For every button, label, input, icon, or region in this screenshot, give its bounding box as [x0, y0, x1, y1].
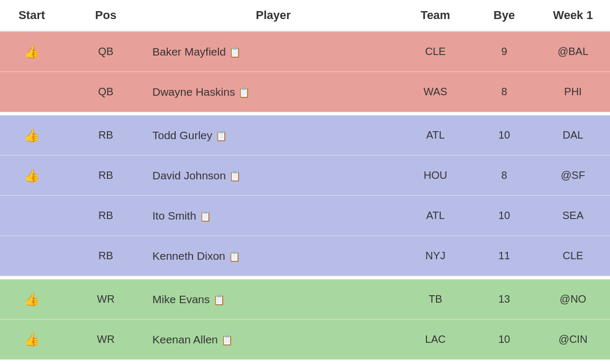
player-stats-icon[interactable]: 📋	[199, 211, 211, 222]
position-cell: WR	[63, 284, 148, 315]
player-name-cell: David Johnson📋	[148, 160, 398, 192]
bye-cell: 10	[472, 200, 536, 231]
team-cell: CLE	[398, 36, 472, 67]
player-name-text: Mike Evans	[152, 293, 210, 305]
header-pos: Pos	[63, 8, 148, 22]
player-name-text: Baker Mayfield	[152, 46, 226, 58]
roster-table: Start Pos Player Team Bye Week 1 👍QBBake…	[0, 0, 610, 360]
start-cell: 👍	[0, 35, 63, 69]
player-stats-icon[interactable]: 📋	[229, 251, 240, 262]
week1-cell: CLE	[536, 240, 610, 271]
start-cell: 👍	[0, 159, 63, 193]
team-cell: LAC	[398, 324, 472, 355]
thumb-up-icon[interactable]: 👍	[24, 128, 40, 143]
table-row: RBKenneth Dixon📋NYJ11CLE	[0, 236, 610, 276]
start-cell: 👍	[0, 323, 63, 357]
week1-cell: @CIN	[536, 324, 610, 355]
thumb-up-icon[interactable]: 👍	[24, 292, 40, 307]
week1-cell: SEA	[536, 200, 610, 231]
bye-cell: 8	[472, 76, 536, 107]
position-cell: QB	[63, 36, 148, 67]
team-cell: NYJ	[398, 240, 472, 271]
player-name-text: Todd Gurley	[152, 129, 212, 141]
position-cell: RB	[63, 160, 148, 191]
player-name-text: Dwayne Haskins	[152, 86, 235, 98]
week1-cell: @NO	[536, 284, 610, 315]
position-cell: QB	[63, 76, 148, 107]
week1-cell: DAL	[536, 120, 610, 151]
player-stats-icon[interactable]: 📋	[215, 130, 227, 142]
table-body: 👍QBBaker Mayfield📋CLE9@BALQBDwayne Haski…	[0, 32, 610, 360]
player-name-text: Kenneth Dixon	[152, 250, 225, 262]
table-row: RBIto Smith📋ATL10SEA	[0, 196, 610, 236]
player-name-cell: Mike Evans📋	[148, 284, 398, 315]
start-cell: 👍	[0, 119, 63, 152]
table-row: 👍WRKeenan Allen📋LAC10@CIN	[0, 320, 610, 360]
player-name-text: Keenan Allen	[152, 333, 218, 345]
bye-cell: 10	[472, 120, 536, 151]
header-start: Start	[0, 8, 63, 22]
team-cell: TB	[398, 284, 472, 315]
start-cell: 👍	[0, 283, 63, 316]
bye-cell: 9	[472, 36, 536, 67]
week1-cell: @BAL	[536, 36, 610, 67]
table-row: 👍RBTodd Gurley📋ATL10DAL	[0, 115, 610, 156]
player-name-cell: Keenan Allen📋	[148, 324, 398, 356]
week1-cell: @SF	[536, 160, 610, 191]
bye-cell: 10	[472, 324, 536, 355]
thumb-up-icon[interactable]: 👍	[24, 44, 40, 59]
position-cell: RB	[63, 200, 148, 231]
table-row: 👍RBDavid Johnson📋HOU8@SF	[0, 156, 610, 196]
player-name-cell: Baker Mayfield📋	[148, 36, 398, 68]
position-cell: WR	[63, 324, 148, 355]
thumb-up-icon[interactable]: 👍	[24, 332, 40, 347]
player-stats-icon[interactable]: 📋	[229, 47, 241, 58]
header-player: Player	[148, 8, 398, 22]
player-name-cell: Kenneth Dixon📋	[148, 240, 398, 272]
player-stats-icon[interactable]: 📋	[213, 294, 225, 306]
table-row: 👍WRMike Evans📋TB13@NO	[0, 279, 610, 320]
player-name-text: Ito Smith	[152, 210, 196, 222]
player-name-text: David Johnson	[152, 169, 226, 181]
player-stats-icon[interactable]: 📋	[229, 170, 241, 182]
header-week1: Week 1	[536, 8, 610, 22]
header-team: Team	[398, 8, 472, 22]
player-stats-icon[interactable]: 📋	[238, 87, 250, 98]
position-cell: RB	[63, 120, 148, 151]
thumb-up-icon[interactable]: 👍	[24, 168, 40, 183]
week1-cell: PHI	[536, 76, 610, 107]
player-name-cell: Todd Gurley📋	[148, 120, 398, 151]
table-row: 👍QBBaker Mayfield📋CLE9@BAL	[0, 32, 610, 72]
team-cell: HOU	[398, 160, 472, 191]
team-cell: ATL	[398, 200, 472, 231]
position-cell: RB	[63, 240, 148, 271]
player-name-cell: Dwayne Haskins📋	[148, 76, 398, 108]
bye-cell: 11	[472, 240, 536, 271]
header-bye: Bye	[472, 8, 536, 22]
start-cell	[0, 247, 63, 266]
table-row: QBDwayne Haskins📋WAS8PHI	[0, 72, 610, 112]
start-cell	[0, 83, 63, 102]
team-cell: ATL	[398, 120, 472, 151]
bye-cell: 13	[472, 284, 536, 315]
table-header: Start Pos Player Team Bye Week 1	[0, 0, 610, 32]
player-name-cell: Ito Smith📋	[148, 200, 398, 232]
bye-cell: 8	[472, 160, 536, 191]
start-cell	[0, 206, 63, 225]
player-stats-icon[interactable]: 📋	[221, 334, 233, 346]
team-cell: WAS	[398, 76, 472, 107]
